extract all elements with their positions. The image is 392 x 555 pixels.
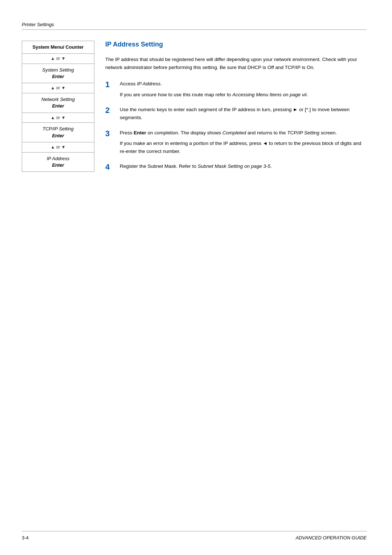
step-1: 1 Access IP Address. If you are unsure h… bbox=[105, 80, 367, 98]
sidebar-item-network-setting: Network SettingEnter bbox=[22, 93, 94, 113]
content-area: System Menu/ Counter ▲ or ▼ System Setti… bbox=[22, 41, 367, 179]
page-title: IP Address Setting bbox=[105, 41, 367, 48]
step-1-para-1: Access IP Address. bbox=[120, 80, 367, 88]
step-2: 2 Use the numeric keys to enter each seg… bbox=[105, 106, 367, 121]
breadcrumb: Printer Settings bbox=[22, 22, 367, 27]
step-1-number: 1 bbox=[105, 80, 120, 89]
header-section: Printer Settings bbox=[22, 22, 367, 30]
step-1-para-2: If you are unsure how to use this route … bbox=[120, 91, 367, 99]
steps-list: 1 Access IP Address. If you are unsure h… bbox=[105, 80, 367, 172]
step-4-para-1: Register the Subnet Mask. Refer to Subne… bbox=[120, 162, 367, 170]
header-divider bbox=[22, 29, 367, 30]
sidebar-item-arrow-4: ▲ or ▼ bbox=[22, 142, 94, 153]
footer: 3-4 ADVANCED OPERATION GUIDE bbox=[22, 535, 367, 540]
main-content: IP Address Setting The IP address that s… bbox=[105, 41, 367, 179]
step-4-number: 4 bbox=[105, 162, 120, 172]
step-3-para-2: If you make an error in entering a porti… bbox=[120, 139, 367, 155]
step-3-content: Press Enter on completion. The display s… bbox=[120, 129, 367, 155]
page-container: Printer Settings System Menu/ Counter ▲ … bbox=[0, 0, 392, 555]
step-2-content: Use the numeric keys to enter each segme… bbox=[120, 106, 367, 121]
step-2-para-1: Use the numeric keys to enter each segme… bbox=[120, 106, 367, 121]
sidebar-item-arrow-2: ▲ or ▼ bbox=[22, 83, 94, 93]
step-3-para-1: Press Enter on completion. The display s… bbox=[120, 129, 367, 137]
footer-guide-title: ADVANCED OPERATION GUIDE bbox=[295, 535, 367, 540]
footer-page-number: 3-4 bbox=[22, 535, 29, 540]
sidebar-item-tcpip-setting: TCP/IP SettingEnter bbox=[22, 123, 94, 142]
sidebar-item-arrow-3: ▲ or ▼ bbox=[22, 113, 94, 123]
sidebar: System Menu/ Counter ▲ or ▼ System Setti… bbox=[22, 41, 94, 172]
sidebar-item-system-menu: System Menu/ Counter bbox=[22, 41, 94, 54]
intro-text: The IP address that should be registered… bbox=[105, 56, 367, 71]
step-3: 3 Press Enter on completion. The display… bbox=[105, 129, 367, 155]
step-3-number: 3 bbox=[105, 129, 120, 138]
sidebar-item-ip-address: IP AddressEnter bbox=[22, 153, 94, 171]
step-4-content: Register the Subnet Mask. Refer to Subne… bbox=[120, 162, 367, 170]
footer-divider bbox=[22, 531, 367, 531]
step-2-number: 2 bbox=[105, 106, 120, 115]
sidebar-item-system-setting: System SettingEnter bbox=[22, 64, 94, 83]
step-1-content: Access IP Address. If you are unsure how… bbox=[120, 80, 367, 98]
step-4: 4 Register the Subnet Mask. Refer to Sub… bbox=[105, 162, 367, 172]
sidebar-item-arrow-1: ▲ or ▼ bbox=[22, 54, 94, 64]
